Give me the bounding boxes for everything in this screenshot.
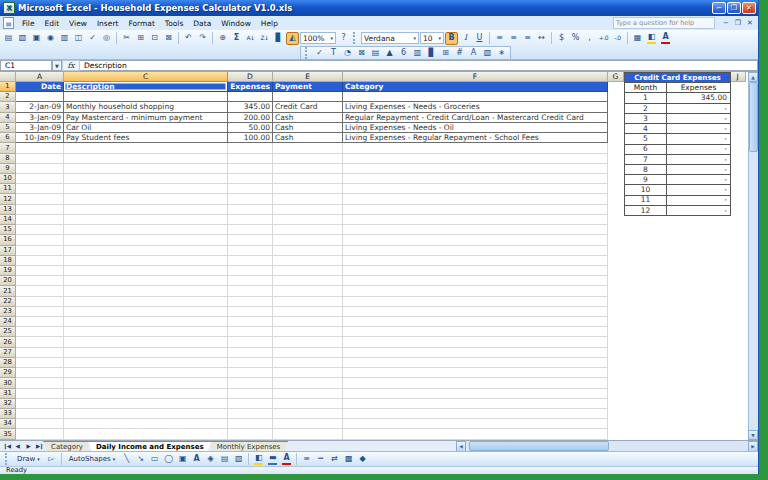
credit-card-month[interactable]: 3 <box>625 114 667 124</box>
doc-minimize-button[interactable]: − <box>721 19 731 27</box>
cell-F22[interactable] <box>343 297 608 307</box>
cell-A10[interactable] <box>16 174 64 184</box>
select-objects-icon[interactable]: ▻ <box>45 453 58 466</box>
cell-A12[interactable] <box>16 194 64 204</box>
cell-E32[interactable] <box>273 399 343 409</box>
credit-card-expense[interactable]: - <box>667 124 731 134</box>
row-header-28[interactable]: 28 <box>0 358 16 368</box>
row-header-23[interactable]: 23 <box>0 307 16 317</box>
credit-card-month[interactable]: 5 <box>625 134 667 144</box>
row-header-17[interactable]: 17 <box>0 246 16 256</box>
cell-A9[interactable] <box>16 164 64 174</box>
undo-icon[interactable]: ↶ <box>182 32 195 45</box>
cell-D29[interactable] <box>228 368 273 378</box>
draw-menu-button[interactable]: Draw <box>13 455 44 463</box>
new-workbook-icon[interactable]: ▤ <box>2 32 15 45</box>
cell-C28[interactable] <box>64 358 228 368</box>
horizontal-scrollbar[interactable] <box>456 441 758 451</box>
cell-F32[interactable] <box>343 399 608 409</box>
clock-icon[interactable]: ◔ <box>341 47 354 60</box>
cell-F11[interactable] <box>343 184 608 194</box>
cell-C29[interactable] <box>64 368 228 378</box>
cell-C26[interactable] <box>64 337 228 347</box>
credit-card-expense[interactable]: - <box>667 206 731 216</box>
permission-icon[interactable]: ◉ <box>44 32 57 45</box>
asterisk-icon[interactable]: ∗ <box>495 47 508 60</box>
cell-D8[interactable] <box>228 154 273 164</box>
oval-icon[interactable]: ◯ <box>162 453 175 466</box>
cell-D1[interactable]: Expenses <box>228 82 273 92</box>
cell-C23[interactable] <box>64 307 228 317</box>
line-style-icon[interactable]: ≡ <box>300 453 313 466</box>
cell-F17[interactable] <box>343 246 608 256</box>
cell-C35[interactable] <box>64 429 228 439</box>
cell-E21[interactable] <box>273 286 343 296</box>
diagram-icon[interactable]: ◈ <box>204 453 217 466</box>
autoshapes-menu-button[interactable]: AutoShapes <box>65 455 119 463</box>
cell-A28[interactable] <box>16 358 64 368</box>
insert-hyperlink-icon[interactable]: ⊕ <box>216 32 229 45</box>
cell-C8[interactable] <box>64 154 228 164</box>
row-header-15[interactable]: 15 <box>0 225 16 235</box>
row-header-27[interactable]: 27 <box>0 348 16 358</box>
cell-E18[interactable] <box>273 256 343 266</box>
cell-E7[interactable] <box>273 143 343 153</box>
row-header-35[interactable]: 35 <box>0 429 16 439</box>
cell-E5[interactable]: Cash <box>273 123 343 133</box>
menu-edit[interactable]: Edit <box>40 18 65 29</box>
chart-wizard-icon[interactable]: ▊ <box>272 32 285 45</box>
cell-D28[interactable] <box>228 358 273 368</box>
row-header-22[interactable]: 22 <box>0 297 16 307</box>
menu-data[interactable]: Data <box>188 18 216 29</box>
cell-E10[interactable] <box>273 174 343 184</box>
checkbox-icon[interactable]: ⊠ <box>355 47 368 60</box>
fill-color-icon[interactable]: ◧ <box>645 32 658 45</box>
cell-C6[interactable]: Pay Student fees <box>64 133 228 143</box>
cell-E11[interactable] <box>273 184 343 194</box>
cell-E8[interactable] <box>273 154 343 164</box>
credit-card-expense[interactable]: - <box>667 114 731 124</box>
bars-icon[interactable]: ▥ <box>411 47 424 60</box>
cell-D11[interactable] <box>228 184 273 194</box>
cell-C30[interactable] <box>64 378 228 388</box>
print-preview-icon[interactable]: ◫ <box>72 32 85 45</box>
cell-D6[interactable]: 100.00 <box>228 133 273 143</box>
cell-E17[interactable] <box>273 246 343 256</box>
font-size-combo[interactable]: 10 <box>420 32 444 44</box>
cell-F21[interactable] <box>343 286 608 296</box>
credit-card-expense[interactable]: - <box>667 165 731 175</box>
row-header-1[interactable]: 1 <box>0 82 16 92</box>
cell-E20[interactable] <box>273 276 343 286</box>
cell-C33[interactable] <box>64 409 228 419</box>
text-box-icon[interactable]: ▣ <box>176 453 189 466</box>
cell-F5[interactable]: Living Expenses - Needs - Oil <box>343 123 608 133</box>
cell-C3[interactable]: Monthly household shopping <box>64 102 228 112</box>
cell-C13[interactable] <box>64 205 228 215</box>
cell-E26[interactable] <box>273 337 343 347</box>
line-color-icon[interactable]: ▬ <box>266 453 279 466</box>
cell-A16[interactable] <box>16 235 64 245</box>
cell-D12[interactable] <box>228 194 273 204</box>
cell-A25[interactable] <box>16 327 64 337</box>
column-header-D[interactable]: D <box>228 72 273 82</box>
menu-file[interactable]: File <box>17 18 40 29</box>
cell-A32[interactable] <box>16 399 64 409</box>
menu-tools[interactable]: Tools <box>160 18 188 29</box>
help-icon[interactable]: ? <box>337 32 350 45</box>
row-header-33[interactable]: 33 <box>0 409 16 419</box>
cell-C9[interactable] <box>64 164 228 174</box>
fill-color-icon[interactable]: ◧ <box>252 453 265 466</box>
cell-D9[interactable] <box>228 164 273 174</box>
cell-D30[interactable] <box>228 378 273 388</box>
align-center-icon[interactable]: ≡ <box>507 32 520 45</box>
text-icon[interactable]: T <box>327 47 340 60</box>
doc-restore-button[interactable]: ❐ <box>733 19 743 27</box>
cell-E28[interactable] <box>273 358 343 368</box>
cell-D25[interactable] <box>228 327 273 337</box>
cell-A20[interactable] <box>16 276 64 286</box>
rectangle-icon[interactable]: ▭ <box>148 453 161 466</box>
row-header-10[interactable]: 10 <box>0 174 16 184</box>
sheet-tab-monthly-expenses[interactable]: Monthly Expenses <box>209 441 289 451</box>
cell-E33[interactable] <box>273 409 343 419</box>
cell-A4[interactable]: 3-Jan-09 <box>16 113 64 123</box>
